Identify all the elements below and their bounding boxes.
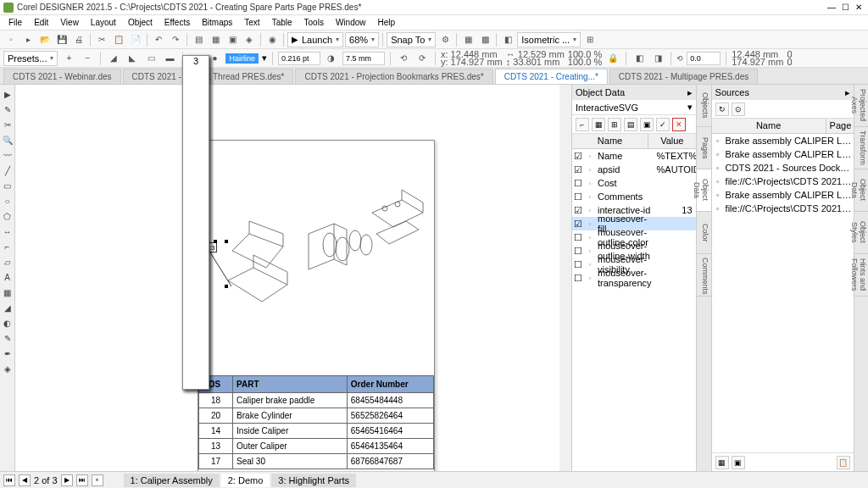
od-btn5[interactable]: ▣: [640, 118, 654, 131]
first-page-button[interactable]: ⏮: [3, 474, 15, 486]
pick-tool[interactable]: ▶: [0, 86, 14, 102]
open-dropdown[interactable]: 📂: [37, 32, 53, 47]
zoom-combo[interactable]: 68% ▾: [345, 32, 379, 47]
data-field-row[interactable]: ☑▫apsid%AUTOID%: [572, 163, 696, 176]
show-rulers[interactable]: ◉: [264, 32, 280, 47]
copy-button[interactable]: 📋: [111, 32, 126, 47]
maximize-button[interactable]: ☐: [839, 2, 851, 14]
t2[interactable]: ▦: [208, 32, 223, 47]
t8[interactable]: ⊞: [582, 32, 598, 47]
od-btn1[interactable]: ⌐: [576, 118, 589, 131]
src-footer-btn2[interactable]: ▣: [732, 456, 745, 469]
line-tool[interactable]: ╱: [0, 163, 14, 178]
remove-preset-button[interactable]: −: [80, 51, 95, 66]
docker-tab[interactable]: Projected Axes: [854, 85, 868, 127]
od-btn2[interactable]: ▦: [592, 118, 605, 131]
minimize-button[interactable]: —: [826, 2, 837, 14]
source-row[interactable]: ▫file://C:\Projects\CDTS 2021 - Crea...2: [712, 175, 854, 188]
canvas[interactable]: 13 POSPARTOrder Number 18Caliper brake p…: [15, 85, 571, 471]
mm-input[interactable]: [342, 52, 385, 65]
sources-menu-icon[interactable]: ▸: [845, 87, 850, 98]
pb10[interactable]: ◧: [632, 51, 647, 66]
rectangle-tool[interactable]: ▭: [0, 178, 14, 193]
menu-text[interactable]: Text: [239, 16, 264, 29]
crop-tool[interactable]: ✂: [0, 117, 14, 132]
fill-tool[interactable]: ◢: [0, 300, 14, 315]
docker-tab[interactable]: Object Styles: [854, 212, 868, 254]
doc-tab[interactable]: CDTS 2021 - Multipage PRES.des: [609, 69, 758, 84]
docker-tab[interactable]: Pages: [697, 127, 711, 169]
pb1[interactable]: ◢: [106, 51, 121, 66]
t6[interactable]: ▩: [477, 32, 492, 47]
pb11[interactable]: ◨: [650, 51, 665, 66]
t7[interactable]: ◧: [500, 32, 515, 47]
pb8[interactable]: ⟲: [396, 51, 411, 66]
src-footer-btn3[interactable]: 📋: [837, 456, 850, 469]
redo-button[interactable]: ↷: [168, 32, 183, 47]
docker-tab[interactable]: Hints and Followers: [854, 254, 868, 297]
zoom-tool[interactable]: 🔍: [0, 132, 14, 147]
page-tab[interactable]: 3: Highlight Parts: [271, 474, 356, 487]
od-delete-button[interactable]: ✕: [672, 118, 686, 131]
pt-input[interactable]: [278, 52, 320, 65]
menu-edit[interactable]: Edit: [29, 16, 53, 29]
last-page-button[interactable]: ⏭: [76, 474, 88, 486]
close-button[interactable]: ✕: [853, 2, 865, 14]
freehand-tool[interactable]: 〰: [0, 147, 14, 163]
page-tab[interactable]: 1: Caliper Assembly: [124, 474, 220, 487]
launch-dropdown[interactable]: ▶ Launch ▾: [287, 32, 343, 47]
print-button[interactable]: 🖨: [71, 32, 86, 47]
menu-bitmaps[interactable]: Bitmaps: [197, 16, 237, 29]
outline-width[interactable]: Hairline: [225, 53, 259, 64]
text-tool[interactable]: A: [0, 269, 14, 285]
undo-button[interactable]: ↶: [151, 32, 166, 47]
docker-menu-icon[interactable]: ▸: [687, 87, 693, 98]
ellipse-tool[interactable]: ○: [0, 193, 14, 208]
pb6[interactable]: ●: [207, 51, 222, 66]
source-row[interactable]: ▫Brake assembly CALIPER LIST.xls3: [712, 188, 854, 202]
transparency-tool[interactable]: ◐: [0, 315, 14, 330]
table-tool[interactable]: ▦: [0, 285, 14, 300]
src-btn2[interactable]: ⊙: [732, 103, 745, 116]
t1[interactable]: ▤: [191, 32, 206, 47]
outline-tool[interactable]: ✒: [0, 346, 14, 361]
snap-dropdown[interactable]: Snap To ▾: [387, 32, 436, 47]
page-tab[interactable]: 2: Demo: [221, 474, 270, 487]
next-page-button[interactable]: ▶: [61, 474, 73, 486]
t5[interactable]: ▦: [460, 32, 476, 47]
menu-tools[interactable]: Tools: [299, 16, 329, 29]
presets-dropdown[interactable]: Presets... ▾: [3, 51, 58, 66]
new-button[interactable]: ▫: [3, 32, 19, 47]
src-btn1[interactable]: ↻: [715, 103, 729, 116]
t3[interactable]: ▣: [225, 32, 240, 47]
docker-tab[interactable]: Objects: [697, 85, 711, 127]
callout-tool[interactable]: ▱: [0, 254, 14, 269]
doc-tab[interactable]: CDTS 2021 - Webinar.des: [3, 69, 121, 84]
eyedropper-tool[interactable]: ✎: [0, 330, 14, 346]
pb4[interactable]: ▬: [162, 51, 177, 66]
doc-tab[interactable]: CDTS 2021 - Creating...*: [495, 69, 608, 84]
cut-button[interactable]: ✂: [94, 32, 109, 47]
selector-label[interactable]: InteractiveSVG: [576, 103, 638, 113]
pb9[interactable]: ⟳: [415, 51, 430, 66]
docker-tab[interactable]: Object Data: [697, 169, 711, 212]
add-preset-button[interactable]: +: [61, 51, 76, 66]
data-field-row[interactable]: ☑▫Name%TEXT%: [572, 149, 696, 163]
connector-tool[interactable]: ⌐: [0, 239, 14, 254]
lock-ratio-button[interactable]: 🔒: [605, 51, 620, 66]
add-page-button[interactable]: +: [92, 474, 103, 486]
data-field-row[interactable]: ☐▫mouseover-transparency: [572, 271, 696, 285]
menu-effects[interactable]: Effects: [159, 16, 195, 29]
paste-button[interactable]: 📄: [128, 32, 143, 47]
od-btn4[interactable]: ▤: [624, 118, 637, 131]
docker-tab[interactable]: Comments: [697, 254, 711, 297]
pb2[interactable]: ◣: [125, 51, 140, 66]
prev-page-button[interactable]: ◀: [19, 474, 31, 486]
options-button[interactable]: ⚙: [437, 32, 453, 47]
menu-object[interactable]: Object: [123, 16, 158, 29]
menu-table[interactable]: Table: [267, 16, 298, 29]
menu-window[interactable]: Window: [331, 16, 371, 29]
source-row[interactable]: ▫CDTS 2021 - Sources Docker PRES...: [712, 161, 854, 175]
projection-dropdown[interactable]: Isometric ... ▾: [517, 32, 581, 47]
polygon-tool[interactable]: ⬠: [0, 208, 14, 224]
